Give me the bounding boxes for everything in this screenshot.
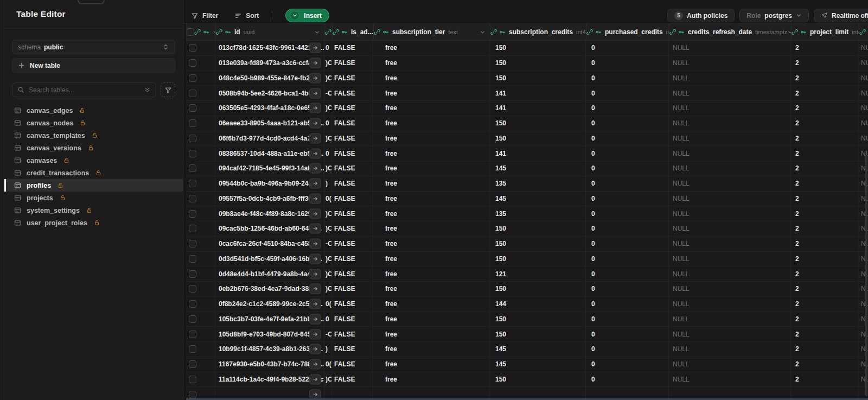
sidebar-table-item-canvases[interactable]: canvases [4,154,183,167]
cell-is-admin[interactable]: FALSE [332,342,373,357]
cell-subscription-tier[interactable]: free [373,161,490,176]
cell-subscription-credits[interactable]: 141 [490,146,586,161]
cell-is-admin[interactable]: FALSE [332,237,373,251]
column-header-project_limit[interactable]: project_limit int4 [792,24,859,40]
cell-is-admin[interactable]: FALSE [332,357,373,372]
cell-id[interactable]: 094caf42-7185-4e45-99f3-14abee... [215,161,324,176]
row-checkbox[interactable] [189,119,196,127]
cell-id[interactable]: 09557f5a-0dcb-4cb9-a6fb-fff366... [215,192,324,206]
row-checkbox[interactable] [189,104,196,112]
cell-subscription-tier[interactable]: free [373,252,490,266]
expand-row-button[interactable] [309,269,321,279]
cell-subscription-tier[interactable]: free [373,372,490,387]
cell-credits-refresh-date[interactable]: NULL [669,41,791,55]
expand-row-button[interactable] [309,179,321,189]
cell-clipped-column[interactable]: ) [324,342,332,357]
select-all-checkbox[interactable] [187,28,194,36]
cell-credits-refresh-date[interactable]: NULL [669,237,791,251]
cell-credits-refresh-date[interactable]: NULL [669,266,791,281]
cell-purchased-credits[interactable]: 0 [586,146,669,161]
cell-subscription-tier[interactable]: free [373,41,490,55]
cell-id[interactable]: 0eb2b676-38ed-4ea7-9dad-38e6... [215,282,324,296]
cell-is-admin[interactable]: FALSE [332,176,373,191]
cell-credits-refresh-date[interactable]: NULL [669,161,791,176]
cell-subscription-credits[interactable]: 150 [490,116,586,131]
cell-clipped-column[interactable]: )C [324,282,332,296]
cell-id[interactable]: 0cac6fca-26cf-4510-84ba-c4580... [215,237,324,251]
cell-clipped-column[interactable]: 0( [324,357,332,372]
row-checkbox[interactable] [189,391,196,398]
cell-credits-refresh-date[interactable]: NULL [669,86,791,100]
cell-clipped-column[interactable]: 0 [324,312,332,327]
cell-purchased-credits[interactable]: 0 [586,372,669,387]
cell-subscription-tier[interactable]: free [373,327,490,341]
cell-subscription-credits[interactable]: 150 [490,56,586,71]
cell-is-admin[interactable]: FALSE [332,41,373,55]
cell-project-limit[interactable]: 2 [791,342,859,357]
cell-id[interactable]: 09cac5bb-1256-46bd-ab60-64ed... [215,221,324,236]
cell-credits-refresh-date[interactable]: NULL [669,221,791,236]
insert-button[interactable]: Insert [285,9,329,22]
cell-is-admin[interactable]: FALSE [332,372,373,387]
sidebar-table-item-canvas_templates[interactable]: canvas_templates [4,129,183,142]
chevron-down-icon[interactable] [314,29,320,35]
cell-subscription-tier[interactable]: free [373,237,490,251]
cell-credits-refresh-date[interactable]: NULL [669,101,791,116]
row-checkbox[interactable] [189,74,196,82]
cell-subscription-credits[interactable]: 141 [490,101,586,116]
cell-project-limit[interactable]: 2 [791,41,859,55]
expand-row-button[interactable] [309,299,321,309]
cell-purchased-credits[interactable]: 0 [586,252,669,266]
cell-credits-refresh-date[interactable]: NULL [669,372,791,387]
cell-clipped-column[interactable]: )C [324,131,332,146]
cell-project-limit[interactable]: 2 [791,206,859,221]
cell-is-admin[interactable]: FALSE [332,206,373,221]
cell-project-limit[interactable]: 2 [791,327,859,341]
cell-credits-refresh-date[interactable]: NULL [669,357,791,372]
cell-subscription-credits[interactable]: 145 [490,161,586,176]
row-checkbox[interactable] [189,376,196,383]
expand-row-button[interactable] [309,118,321,129]
row-checkbox[interactable] [189,210,196,218]
row-checkbox[interactable] [189,285,196,293]
cell-clipped-column[interactable]: )C [324,161,332,176]
cell-project-limit[interactable]: 2 [791,221,859,236]
filter-tables-button[interactable] [161,82,175,97]
sidebar-table-item-canvas_nodes[interactable]: canvas_nodes [4,117,183,129]
cell-subscription-credits[interactable]: 135 [490,206,586,221]
cell-is-admin[interactable]: FALSE [332,192,373,206]
cell-credits-refresh-date[interactable]: NULL [669,56,791,71]
cell-credits-refresh-date[interactable]: NULL [669,176,791,191]
cell-project-limit[interactable]: 2 [791,71,859,86]
cell-clipped-column[interactable]: 0( [324,297,332,312]
cell-credits-refresh-date[interactable]: NULL [669,342,791,357]
column-header-subscription_tier[interactable]: subscription_tier text [374,24,490,40]
chevron-down-icon[interactable] [480,29,486,35]
cell-subscription-credits[interactable]: 150 [490,327,586,341]
cell-is-admin[interactable]: FALSE [332,131,373,146]
cell-project-limit[interactable]: 2 [791,237,859,251]
expand-row-button[interactable] [309,163,321,174]
expand-row-button[interactable] [309,329,321,339]
cell-subscription-tier[interactable]: free [373,101,490,116]
cell-credits-refresh-date[interactable]: NULL [669,327,791,341]
filter-button[interactable]: Filter [191,12,218,20]
row-checkbox[interactable] [189,164,196,172]
cell-clipped-right[interactable]: NU [859,56,868,71]
cell-subscription-credits[interactable]: 141 [490,86,586,100]
cell-project-limit[interactable]: 2 [791,176,859,191]
cell-subscription-tier[interactable]: free [373,221,490,236]
sort-button[interactable]: Sort [234,12,259,20]
cell-project-limit[interactable]: 2 [791,161,859,176]
row-checkbox[interactable] [189,90,196,97]
cell-purchased-credits[interactable]: 0 [586,237,669,251]
expand-row-button[interactable] [309,43,321,53]
cell-purchased-credits[interactable]: 0 [586,357,669,372]
cell-credits-refresh-date[interactable]: NULL [669,312,791,327]
row-checkbox[interactable] [189,255,196,263]
cell-subscription-tier[interactable]: free [373,266,490,281]
cell-subscription-credits[interactable]: 145 [490,357,586,372]
cell-id[interactable]: 09544b0c-ba9b-496a-9b09-244... [215,176,324,191]
cell-project-limit[interactable]: 2 [791,282,859,296]
cell-purchased-credits[interactable]: 0 [586,86,669,100]
